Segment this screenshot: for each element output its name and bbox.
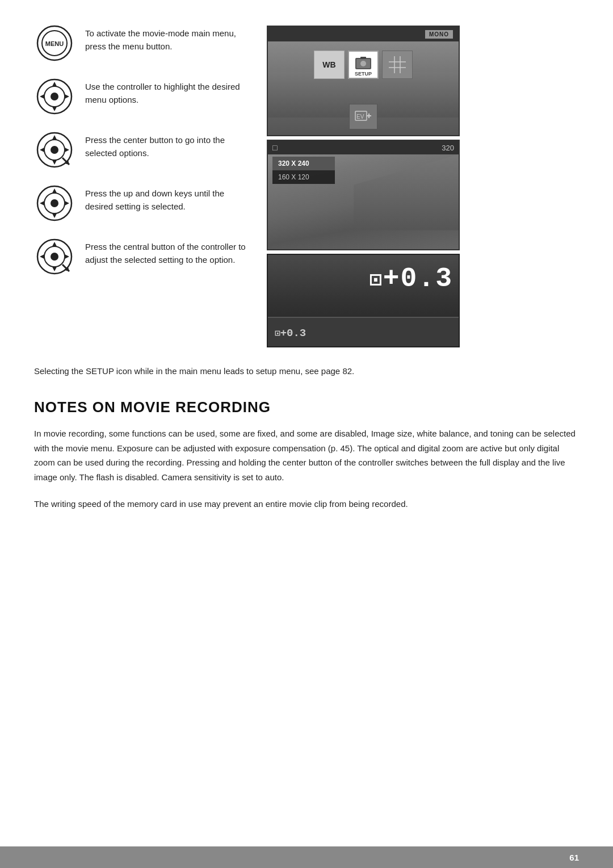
setup-label: SETUP	[355, 71, 372, 77]
svg-text:MENU: MENU	[45, 40, 64, 47]
camera-icon-sm: □	[272, 143, 277, 152]
mono-badge: MONO	[425, 30, 453, 39]
screen-status-bar: □ 320	[268, 141, 459, 154]
ev-display-small: ⊡+0.3	[275, 327, 306, 339]
controller-updown-icon	[34, 183, 75, 224]
notes-title: NOTES ON MOVIE RECORDING	[34, 399, 579, 416]
instruction-text-3: Press the center button to go into the s…	[85, 129, 250, 160]
instruction-row-4: Press the up and down keys until the des…	[34, 183, 250, 224]
svg-marker-30	[52, 267, 57, 271]
svg-marker-13	[52, 135, 57, 140]
instruction-text-4: Press the up and down keys until the des…	[85, 183, 250, 213]
instruction-text-5: Press the central button of the controll…	[85, 236, 250, 266]
controller-ring-icon	[34, 76, 75, 117]
instruction-row-1: MENU To activate the movie-mode main men…	[34, 23, 250, 64]
svg-marker-25	[65, 201, 69, 206]
svg-marker-6	[52, 82, 57, 86]
svg-marker-16	[65, 148, 69, 152]
svg-marker-15	[40, 148, 44, 152]
instruction-text-1: To activate the movie-mode main menu, pr…	[85, 23, 250, 53]
notes-body-2: The writing speed of the memory card in …	[34, 497, 579, 511]
svg-marker-9	[65, 94, 69, 99]
svg-marker-29	[52, 242, 57, 246]
notes-body-1: In movie recording, some functions can b…	[34, 426, 579, 484]
instruction-row-3: Press the center button to go into the s…	[34, 129, 250, 170]
svg-text:EV: EV	[356, 114, 364, 120]
svg-marker-7	[52, 107, 57, 111]
ev-icon: EV	[349, 104, 377, 129]
menu-item-320: 320 X 240	[272, 157, 335, 170]
svg-point-12	[51, 146, 58, 154]
camera-screen-bottom: ⊡+0.3 ⊡+0.3	[267, 254, 460, 347]
controller-center2-icon	[34, 236, 75, 277]
svg-marker-32	[65, 254, 69, 259]
camera-screens: MONO WB	[267, 23, 579, 347]
resolution-display: 320	[442, 144, 454, 152]
instruction-row-2: Use the controller to highlight the desi…	[34, 76, 250, 117]
setup-note: Selecting the SETUP icon while in the ma…	[34, 364, 579, 378]
svg-rect-38	[360, 57, 366, 59]
svg-point-28	[51, 253, 58, 261]
resolution-menu: 320 X 240 160 X 120	[272, 157, 335, 184]
page-footer: 61	[0, 846, 613, 868]
ev-display-large: ⊡+0.3	[370, 263, 453, 294]
notes-section: NOTES ON MOVIE RECORDING In movie record…	[34, 399, 579, 511]
instruction-row-5: Press the central button of the controll…	[34, 236, 250, 277]
instruction-text-2: Use the controller to highlight the desi…	[85, 76, 250, 106]
svg-marker-24	[40, 201, 44, 206]
menu-button-icon: MENU	[34, 23, 75, 64]
menu-item-160: 160 X 120	[272, 170, 335, 184]
page-number: 61	[569, 853, 579, 862]
svg-marker-31	[40, 254, 44, 259]
svg-point-5	[51, 93, 58, 100]
svg-point-21	[51, 199, 58, 207]
svg-marker-8	[40, 94, 44, 99]
selected-menu-icon: SETUP	[348, 51, 379, 79]
camera-screen-top: MONO WB	[267, 26, 460, 136]
controller-center-icon	[34, 129, 75, 170]
svg-marker-23	[52, 213, 57, 218]
svg-point-37	[360, 61, 366, 66]
wb-icon: WB	[314, 51, 345, 79]
grid-icon	[382, 51, 413, 79]
camera-screen-mid: □ 320 320 X 240 160 X 120	[267, 140, 460, 250]
svg-marker-22	[52, 188, 57, 193]
svg-marker-14	[52, 160, 57, 165]
